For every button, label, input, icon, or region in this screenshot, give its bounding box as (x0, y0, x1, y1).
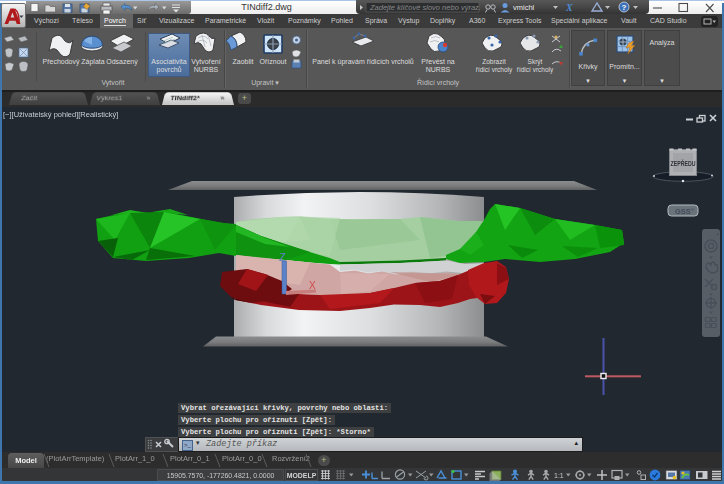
svg-text:ZEPŘEDU: ZEPŘEDU (671, 159, 696, 167)
svg-text:X: X (309, 280, 316, 291)
svg-text:1:1: 1:1 (554, 472, 564, 479)
svg-text:Z: Z (279, 251, 286, 263)
svg-text:×: × (716, 231, 720, 237)
svg-text:GSS: GSS (675, 207, 691, 216)
